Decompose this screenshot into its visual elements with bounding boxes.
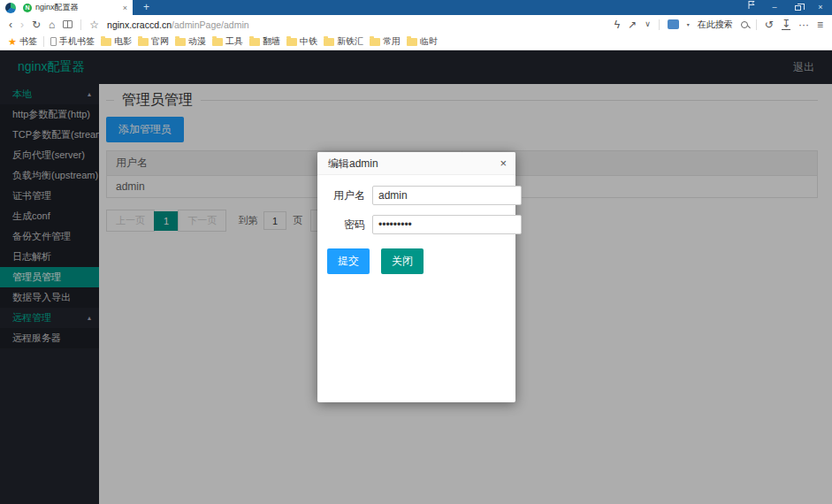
bookmark-label: 常用 (383, 35, 401, 48)
back-icon[interactable]: ‹ (9, 19, 12, 30)
bookmark-folder[interactable]: 常用 (370, 35, 401, 48)
password-row: 密码 (317, 215, 508, 234)
edit-admin-modal: 编辑admin × 用户名 密码 提交 关闭 (317, 152, 515, 402)
bookmark-label: 动漫 (188, 35, 206, 48)
bookmark-label: 翻墙 (263, 35, 280, 48)
url-host: nginx.craccd.cn (107, 19, 172, 30)
refresh-icon[interactable]: ↻ (32, 19, 41, 30)
divider (43, 36, 44, 47)
browser-logo-icon[interactable] (5, 3, 16, 13)
modal-buttons: 提交 关闭 (317, 248, 508, 274)
bookmark-folder[interactable]: 官网 (138, 35, 169, 48)
bookmark-label: 官网 (151, 35, 169, 48)
url-field[interactable]: nginx.craccd.cn/adminPage/admin (107, 19, 607, 30)
bookmark-label: 临时 (420, 35, 438, 48)
folder-icon (101, 38, 111, 46)
folder-icon (370, 38, 380, 46)
bookmark-folder[interactable]: 中铁 (286, 35, 317, 48)
bookmark-folder[interactable]: 新铁汇 (324, 35, 363, 48)
address-bar: ‹ › ↻ ⌂ ☆ nginx.craccd.cn/adminPage/admi… (0, 15, 832, 34)
tab-title: nginx配置器 (35, 2, 118, 13)
bookmark-folder[interactable]: 动漫 (175, 35, 206, 48)
divider (756, 19, 757, 30)
skin-flag-icon[interactable] (740, 0, 763, 15)
bookmarks-root[interactable]: ★ 书签 (8, 35, 37, 48)
more-icon[interactable]: ··· (798, 19, 809, 30)
bookmark-folder[interactable]: 翻墙 (249, 35, 280, 48)
folder-icon (138, 38, 149, 46)
divider (659, 19, 660, 30)
bookmark-folder[interactable]: 临时 (407, 35, 438, 48)
share-icon[interactable]: ↗ (628, 19, 637, 30)
lightning-icon[interactable]: ϟ (614, 19, 620, 30)
bookmark-label: 手机书签 (59, 35, 95, 48)
bookmark-folder[interactable]: 电影 (101, 35, 132, 48)
folder-icon (324, 38, 334, 46)
star-icon: ★ (8, 36, 17, 48)
chevron-down-icon[interactable]: ∨ (645, 20, 651, 28)
image-search-icon[interactable] (668, 19, 679, 29)
download-icon[interactable]: ↧ (782, 19, 790, 30)
modal-body: 用户名 密码 提交 关闭 (317, 175, 515, 274)
close-modal-button[interactable]: 关闭 (381, 248, 424, 274)
url-path: /adminPage/admin (172, 19, 249, 30)
password-label: 密码 (317, 218, 372, 233)
browser-tab-bar: N nginx配置器 × + – × (0, 0, 832, 15)
undo-icon[interactable]: ↺ (765, 19, 774, 30)
bookmark-label: 新铁汇 (337, 35, 363, 48)
username-row: 用户名 (317, 186, 508, 205)
page-viewport: nginx配置器 退出 本地▴ http参数配置(http) TCP参数配置(s… (0, 50, 832, 504)
close-button[interactable]: × (809, 0, 832, 15)
modal-close-icon[interactable]: × (500, 152, 507, 175)
folder-icon (212, 38, 223, 46)
folder-icon (286, 38, 297, 46)
favorite-star-icon[interactable]: ☆ (89, 19, 99, 30)
divider (80, 19, 81, 30)
username-label: 用户名 (317, 188, 372, 203)
bookmarks-bar: ★ 书签 手机书签 电影 官网 动漫 工具 翻墙 中铁 新铁汇 常用 临时 (0, 34, 832, 50)
username-field[interactable] (372, 186, 522, 205)
modal-title-bar: 编辑admin × (317, 152, 515, 175)
bookmarks-label: 书签 (19, 35, 37, 48)
restore-icon (795, 5, 801, 11)
bookmark-label: 工具 (225, 35, 243, 48)
new-tab-button[interactable]: + (133, 0, 160, 15)
menu-icon[interactable]: ≡ (817, 19, 823, 30)
folder-icon (249, 38, 260, 46)
bookmark-label: 电影 (114, 35, 132, 48)
bookmark-folder[interactable]: 工具 (212, 35, 243, 48)
restore-button[interactable] (786, 0, 809, 15)
window-controls: – × (740, 0, 832, 15)
forward-icon[interactable]: › (20, 19, 24, 30)
active-tab[interactable]: N nginx配置器 × (0, 0, 133, 15)
home-icon[interactable]: ⌂ (49, 19, 55, 30)
search-here-label[interactable]: 在此搜索 (698, 19, 733, 31)
site-favicon-icon: N (23, 4, 32, 12)
tab-close-icon[interactable]: × (123, 4, 127, 12)
folder-icon (175, 38, 186, 46)
search-icon[interactable] (741, 21, 748, 28)
modal-title: 编辑admin (328, 157, 378, 170)
bookmark-label: 中铁 (300, 35, 317, 48)
password-field[interactable] (372, 215, 522, 234)
bookmark-mobile[interactable]: 手机书签 (50, 35, 95, 48)
reading-mode-icon[interactable] (63, 20, 73, 28)
minimize-button[interactable]: – (763, 0, 786, 15)
submit-button[interactable]: 提交 (327, 248, 370, 274)
phone-icon (50, 37, 57, 46)
folder-icon (407, 38, 417, 46)
caret-down-icon: ▾ (687, 21, 690, 27)
